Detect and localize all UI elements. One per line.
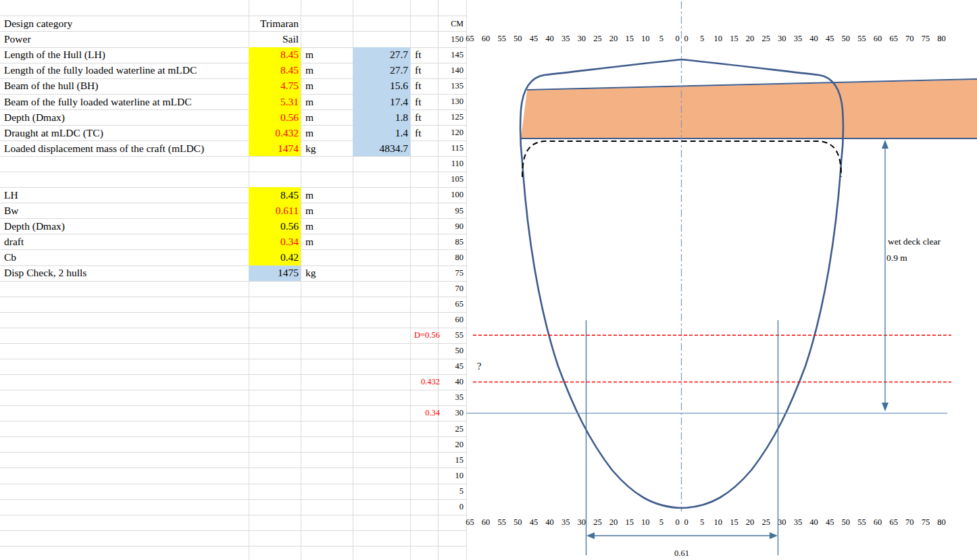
question-mark-annotation: ? bbox=[477, 359, 481, 374]
spec-value-cell[interactable]: 1474 bbox=[249, 141, 302, 156]
spec-value-cell[interactable]: 8.45 bbox=[249, 47, 302, 63]
cm-axis-value: 5 bbox=[438, 484, 467, 499]
spec-row-label: Beam of the hull (BH) bbox=[1, 78, 250, 94]
spec-value-cell[interactable]: 4.75 bbox=[249, 78, 302, 94]
spec-converted-value-cell: 1.4 bbox=[353, 125, 411, 141]
spec-converted-unit-cell: ft bbox=[412, 94, 439, 109]
calc-row-label: draft bbox=[1, 234, 250, 249]
spec-value-cell[interactable]: Trimaran bbox=[249, 16, 302, 31]
spec-converted-unit-cell: ft bbox=[412, 63, 439, 78]
cm-axis-value: 55 bbox=[438, 328, 467, 343]
calc-value-cell[interactable]: 0.34 bbox=[249, 234, 302, 249]
calc-value-cell[interactable]: 0.611 bbox=[249, 203, 302, 218]
spec-converted-unit-cell: ft bbox=[412, 109, 439, 125]
spec-value-cell[interactable]: 0.432 bbox=[249, 125, 302, 141]
cm-axis-value: 130 bbox=[438, 94, 467, 109]
spec-converted-value-cell: 27.7 bbox=[353, 63, 411, 78]
calc-row-label: Cb bbox=[1, 249, 250, 265]
cm-axis-value: 35 bbox=[438, 390, 467, 405]
calc-value-cell[interactable]: 0.56 bbox=[249, 218, 302, 234]
spec-unit-cell: m bbox=[303, 78, 346, 94]
wet-deck-clear-label: wet deck clear bbox=[888, 234, 941, 249]
depth-line-label: D=0.56 bbox=[372, 328, 440, 343]
cm-axis-value: 145 bbox=[438, 47, 467, 63]
cm-axis-value: 20 bbox=[438, 436, 467, 452]
spec-unit-cell: m bbox=[303, 63, 346, 78]
cm-axis-value: 0 bbox=[438, 499, 467, 515]
spec-converted-unit-cell: ft bbox=[412, 47, 439, 63]
spec-unit-cell: m bbox=[303, 125, 346, 141]
wet-deck-height-label: 0.9 m bbox=[886, 250, 907, 265]
calc-row-label: Disp Check, 2 hulls bbox=[1, 265, 250, 281]
spec-row-label: Design category bbox=[1, 16, 250, 31]
cm-axis-value: 135 bbox=[438, 78, 467, 94]
spec-row-label: Length of the fully loaded waterline at … bbox=[1, 63, 250, 78]
spec-converted-value-cell: 4834.7 bbox=[353, 141, 411, 156]
spec-value-cell[interactable]: 0.56 bbox=[249, 109, 302, 125]
spec-converted-value-cell: 17.4 bbox=[353, 94, 411, 109]
spec-row-label: Draught at mLDC (TC) bbox=[1, 125, 250, 141]
cm-axis-value: 65 bbox=[438, 297, 467, 312]
cm-axis-value: 110 bbox=[438, 156, 467, 172]
cm-axis-value: 105 bbox=[438, 172, 467, 187]
cm-axis-value: 50 bbox=[438, 343, 467, 359]
cm-axis-value: 45 bbox=[438, 359, 467, 374]
cm-axis-value: 15 bbox=[438, 452, 467, 467]
spec-row-label: Power bbox=[1, 31, 250, 47]
cm-axis-value: 85 bbox=[438, 234, 467, 249]
calc-unit-cell: m bbox=[303, 187, 346, 203]
spec-unit-cell: m bbox=[303, 47, 346, 63]
cm-axis-header: CM bbox=[438, 16, 471, 31]
calc-unit-cell: m bbox=[303, 203, 346, 218]
waterline-beam-arrow bbox=[586, 532, 778, 539]
x-axis-tick: 80 bbox=[932, 31, 951, 47]
cm-axis-value: 75 bbox=[438, 265, 467, 281]
cm-axis-value: 60 bbox=[438, 312, 467, 328]
cm-axis-value: 140 bbox=[438, 63, 467, 78]
calc-value-cell[interactable]: 8.45 bbox=[249, 187, 302, 203]
cm-axis-value: 115 bbox=[438, 141, 467, 156]
spec-value-cell[interactable]: 5.31 bbox=[249, 94, 302, 109]
cm-axis-value: 30 bbox=[438, 405, 467, 421]
spec-value-cell[interactable]: 8.45 bbox=[249, 63, 302, 78]
calc-unit-cell: m bbox=[303, 218, 346, 234]
cm-axis-value: 100 bbox=[438, 187, 467, 203]
cm-axis-value: 40 bbox=[438, 374, 467, 390]
cm-axis-value: 80 bbox=[438, 249, 467, 265]
cm-axis-value: 25 bbox=[438, 421, 467, 436]
cm-axis-value: 90 bbox=[438, 218, 467, 234]
spec-converted-value-cell: 1.8 bbox=[353, 109, 411, 125]
waterline-beam-label: 0.61 bbox=[661, 546, 702, 560]
calc-row-label: LH bbox=[1, 187, 250, 203]
spec-row-label: Loaded displacement mass of the craft (m… bbox=[1, 141, 250, 156]
cm-axis-value: 70 bbox=[438, 281, 467, 297]
wet-deck-clearance-arrow bbox=[882, 140, 888, 411]
spec-converted-unit-cell: ft bbox=[412, 78, 439, 94]
calc-row-label: Depth (Dmax) bbox=[1, 218, 250, 234]
calc-value-cell: 1475 bbox=[249, 265, 302, 281]
spec-unit-cell: kg bbox=[303, 141, 346, 156]
cm-axis-value: 10 bbox=[438, 467, 467, 483]
draught-line-label: 0.432 bbox=[372, 374, 440, 390]
draft-line-label: 0.34 bbox=[372, 405, 440, 421]
calc-unit-cell: m bbox=[303, 234, 346, 249]
spec-unit-cell: m bbox=[303, 94, 346, 109]
cm-axis-value: 125 bbox=[438, 109, 467, 125]
spec-row-label: Length of the Hull (LH) bbox=[1, 47, 250, 63]
spec-converted-value-cell: 27.7 bbox=[353, 47, 411, 63]
cm-axis-value: 95 bbox=[438, 203, 467, 218]
spec-unit-cell: m bbox=[303, 109, 346, 125]
spec-row-label: Depth (Dmax) bbox=[1, 109, 250, 125]
calc-row-label: Bw bbox=[1, 203, 250, 218]
spec-converted-value-cell: 15.6 bbox=[353, 78, 411, 94]
cm-axis-value: 120 bbox=[438, 125, 467, 141]
calc-unit-cell: kg bbox=[303, 265, 346, 281]
calc-value-cell[interactable]: 0.42 bbox=[249, 249, 302, 265]
spreadsheet-page: Design categoryTrimaranPowerSailLength o… bbox=[0, 0, 977, 560]
x-axis-tick: 80 bbox=[932, 515, 951, 530]
spec-converted-unit-cell: ft bbox=[412, 125, 439, 141]
spec-value-cell[interactable]: Sail bbox=[249, 31, 302, 47]
spec-row-label: Beam of the fully loaded waterline at mL… bbox=[1, 94, 250, 109]
